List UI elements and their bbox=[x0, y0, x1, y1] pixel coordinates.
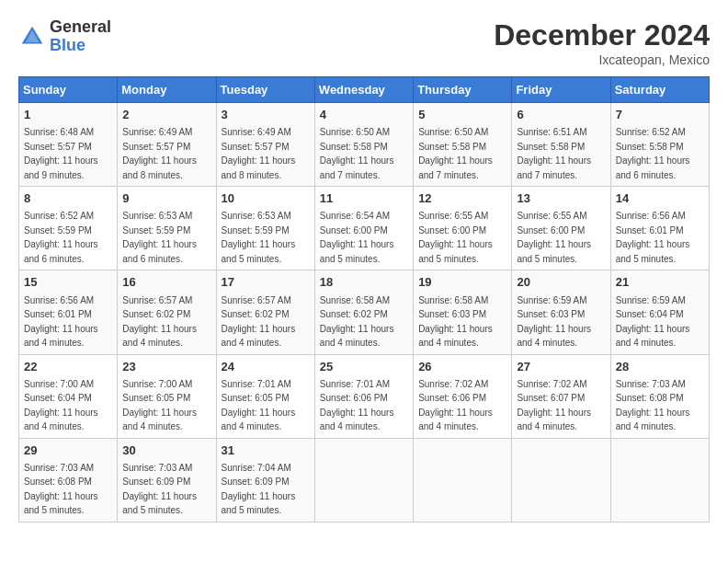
logo-icon bbox=[18, 23, 46, 51]
calendar-cell: 12 Sunrise: 6:55 AMSunset: 6:00 PMDaylig… bbox=[414, 187, 512, 270]
calendar-cell: 23 Sunrise: 7:00 AMSunset: 6:05 PMDaylig… bbox=[118, 354, 216, 438]
calendar-cell: 20 Sunrise: 6:59 AMSunset: 6:03 PMDaylig… bbox=[512, 270, 610, 354]
day-info: Sunrise: 7:00 AMSunset: 6:05 PMDaylight:… bbox=[122, 379, 197, 432]
location: Ixcateopan, Mexico bbox=[494, 52, 710, 67]
calendar-cell: 5 Sunrise: 6:50 AMSunset: 5:58 PMDayligh… bbox=[414, 103, 512, 187]
day-info: Sunrise: 6:54 AMSunset: 6:00 PMDaylight:… bbox=[320, 211, 394, 264]
calendar-cell: 6 Sunrise: 6:51 AMSunset: 5:58 PMDayligh… bbox=[512, 103, 610, 187]
calendar-cell: 7 Sunrise: 6:52 AMSunset: 5:58 PMDayligh… bbox=[610, 103, 709, 187]
day-info: Sunrise: 6:56 AMSunset: 6:01 PMDaylight:… bbox=[24, 295, 98, 349]
day-number: 27 bbox=[517, 359, 605, 375]
day-number: 29 bbox=[24, 442, 112, 459]
day-number: 6 bbox=[517, 107, 605, 123]
day-info: Sunrise: 7:01 AMSunset: 6:06 PMDaylight:… bbox=[320, 379, 394, 432]
day-info: Sunrise: 6:55 AMSunset: 6:00 PMDaylight:… bbox=[418, 211, 493, 264]
calendar-cell: 3 Sunrise: 6:49 AMSunset: 5:57 PMDayligh… bbox=[216, 103, 314, 187]
weekday-header: Sunday bbox=[19, 77, 118, 103]
calendar-cell: 4 Sunrise: 6:50 AMSunset: 5:58 PMDayligh… bbox=[314, 103, 413, 187]
day-info: Sunrise: 6:53 AMSunset: 5:59 PMDaylight:… bbox=[222, 211, 296, 264]
day-number: 1 bbox=[24, 107, 112, 123]
calendar-cell: 11 Sunrise: 6:54 AMSunset: 6:00 PMDaylig… bbox=[314, 187, 413, 270]
day-info: Sunrise: 7:04 AMSunset: 6:09 PMDaylight:… bbox=[222, 463, 296, 516]
day-info: Sunrise: 6:52 AMSunset: 5:58 PMDaylight:… bbox=[616, 127, 690, 180]
day-info: Sunrise: 7:00 AMSunset: 6:04 PMDaylight:… bbox=[24, 379, 98, 432]
calendar-cell: 13 Sunrise: 6:55 AMSunset: 6:00 PMDaylig… bbox=[512, 187, 610, 270]
title-block: December 2024 Ixcateopan, Mexico bbox=[494, 18, 710, 67]
day-info: Sunrise: 6:50 AMSunset: 5:58 PMDaylight:… bbox=[418, 127, 493, 180]
calendar-table: SundayMondayTuesdayWednesdayThursdayFrid… bbox=[18, 76, 710, 523]
calendar-cell: 31 Sunrise: 7:04 AMSunset: 6:09 PMDaylig… bbox=[216, 438, 314, 522]
day-number: 25 bbox=[320, 359, 408, 375]
day-number: 9 bbox=[122, 190, 210, 207]
day-number: 24 bbox=[222, 359, 310, 375]
day-number: 31 bbox=[222, 442, 310, 459]
day-number: 13 bbox=[517, 190, 605, 207]
weekday-header: Wednesday bbox=[314, 77, 413, 103]
weekday-header: Friday bbox=[512, 77, 610, 103]
day-number: 10 bbox=[222, 190, 310, 207]
calendar-week-row: 1 Sunrise: 6:48 AMSunset: 5:57 PMDayligh… bbox=[19, 103, 710, 187]
day-info: Sunrise: 6:52 AMSunset: 5:59 PMDaylight:… bbox=[24, 211, 98, 264]
calendar-cell: 26 Sunrise: 7:02 AMSunset: 6:06 PMDaylig… bbox=[414, 354, 512, 438]
calendar-cell: 18 Sunrise: 6:58 AMSunset: 6:02 PMDaylig… bbox=[314, 270, 413, 354]
day-number: 15 bbox=[24, 274, 112, 291]
weekday-header: Thursday bbox=[414, 77, 512, 103]
day-info: Sunrise: 6:57 AMSunset: 6:02 PMDaylight:… bbox=[122, 295, 197, 349]
calendar-cell bbox=[512, 438, 610, 522]
calendar-week-row: 8 Sunrise: 6:52 AMSunset: 5:59 PMDayligh… bbox=[19, 187, 710, 270]
day-info: Sunrise: 6:56 AMSunset: 6:01 PMDaylight:… bbox=[616, 211, 690, 264]
day-number: 11 bbox=[320, 190, 408, 207]
calendar-cell: 10 Sunrise: 6:53 AMSunset: 5:59 PMDaylig… bbox=[216, 187, 314, 270]
calendar-cell: 9 Sunrise: 6:53 AMSunset: 5:59 PMDayligh… bbox=[118, 187, 216, 270]
day-number: 17 bbox=[222, 274, 310, 291]
day-info: Sunrise: 6:53 AMSunset: 5:59 PMDaylight:… bbox=[122, 211, 197, 264]
day-info: Sunrise: 6:50 AMSunset: 5:58 PMDaylight:… bbox=[320, 127, 394, 180]
day-info: Sunrise: 6:51 AMSunset: 5:58 PMDaylight:… bbox=[517, 127, 591, 180]
calendar-cell: 19 Sunrise: 6:58 AMSunset: 6:03 PMDaylig… bbox=[414, 270, 512, 354]
day-info: Sunrise: 7:01 AMSunset: 6:05 PMDaylight:… bbox=[222, 379, 296, 432]
day-info: Sunrise: 6:57 AMSunset: 6:02 PMDaylight:… bbox=[222, 295, 296, 349]
calendar-cell: 27 Sunrise: 7:02 AMSunset: 6:07 PMDaylig… bbox=[512, 354, 610, 438]
day-number: 22 bbox=[24, 359, 112, 375]
weekday-header: Tuesday bbox=[216, 77, 314, 103]
logo: General Blue bbox=[18, 18, 111, 55]
calendar-week-row: 15 Sunrise: 6:56 AMSunset: 6:01 PMDaylig… bbox=[19, 270, 710, 354]
day-info: Sunrise: 6:49 AMSunset: 5:57 PMDaylight:… bbox=[222, 127, 296, 180]
day-info: Sunrise: 6:58 AMSunset: 6:03 PMDaylight:… bbox=[418, 295, 493, 349]
day-number: 20 bbox=[517, 274, 605, 291]
page-header: General Blue December 2024 Ixcateopan, M… bbox=[18, 18, 710, 67]
day-number: 4 bbox=[320, 107, 408, 123]
day-number: 7 bbox=[616, 107, 704, 123]
calendar-cell: 8 Sunrise: 6:52 AMSunset: 5:59 PMDayligh… bbox=[19, 187, 118, 270]
day-info: Sunrise: 6:49 AMSunset: 5:57 PMDaylight:… bbox=[122, 127, 197, 180]
day-info: Sunrise: 7:03 AMSunset: 6:08 PMDaylight:… bbox=[616, 379, 690, 432]
day-info: Sunrise: 7:02 AMSunset: 6:06 PMDaylight:… bbox=[418, 379, 493, 432]
day-number: 8 bbox=[24, 190, 112, 207]
day-number: 30 bbox=[122, 442, 210, 459]
calendar-cell: 2 Sunrise: 6:49 AMSunset: 5:57 PMDayligh… bbox=[118, 103, 216, 187]
calendar-cell: 1 Sunrise: 6:48 AMSunset: 5:57 PMDayligh… bbox=[19, 103, 118, 187]
day-info: Sunrise: 6:48 AMSunset: 5:57 PMDaylight:… bbox=[24, 127, 98, 180]
calendar-header-row: SundayMondayTuesdayWednesdayThursdayFrid… bbox=[19, 77, 710, 103]
calendar-cell bbox=[610, 438, 709, 522]
month-title: December 2024 bbox=[494, 18, 710, 52]
calendar-cell bbox=[314, 438, 413, 522]
calendar-cell: 30 Sunrise: 7:03 AMSunset: 6:09 PMDaylig… bbox=[118, 438, 216, 522]
day-number: 16 bbox=[122, 274, 210, 291]
day-info: Sunrise: 6:55 AMSunset: 6:00 PMDaylight:… bbox=[517, 211, 591, 264]
day-number: 18 bbox=[320, 274, 408, 291]
day-info: Sunrise: 7:03 AMSunset: 6:08 PMDaylight:… bbox=[24, 463, 98, 516]
day-number: 19 bbox=[418, 274, 506, 291]
weekday-header: Monday bbox=[118, 77, 216, 103]
calendar-cell: 28 Sunrise: 7:03 AMSunset: 6:08 PMDaylig… bbox=[610, 354, 709, 438]
day-number: 2 bbox=[122, 107, 210, 123]
weekday-header: Saturday bbox=[610, 77, 709, 103]
calendar-cell: 14 Sunrise: 6:56 AMSunset: 6:01 PMDaylig… bbox=[610, 187, 709, 270]
logo-text: General Blue bbox=[50, 18, 111, 55]
day-number: 3 bbox=[222, 107, 310, 123]
calendar-cell: 15 Sunrise: 6:56 AMSunset: 6:01 PMDaylig… bbox=[19, 270, 118, 354]
calendar-cell: 29 Sunrise: 7:03 AMSunset: 6:08 PMDaylig… bbox=[19, 438, 118, 522]
day-info: Sunrise: 6:59 AMSunset: 6:03 PMDaylight:… bbox=[517, 295, 591, 349]
calendar-cell: 24 Sunrise: 7:01 AMSunset: 6:05 PMDaylig… bbox=[216, 354, 314, 438]
calendar-cell: 21 Sunrise: 6:59 AMSunset: 6:04 PMDaylig… bbox=[610, 270, 709, 354]
